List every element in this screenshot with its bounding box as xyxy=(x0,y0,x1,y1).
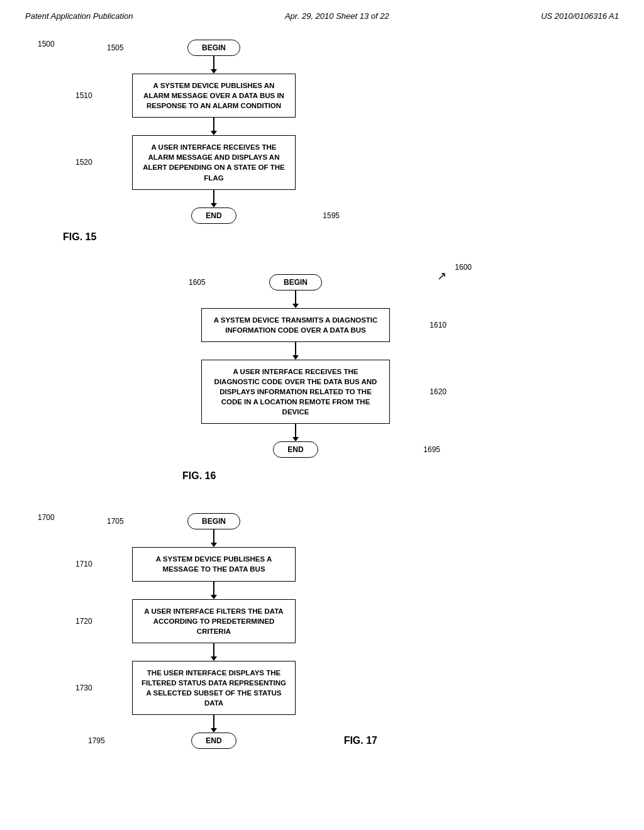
fig17-flowchart: 1700 1705 BEGIN 1710 A SYSTEM DEVICE PUB… xyxy=(38,507,606,749)
fig17-arrow2 xyxy=(211,582,217,599)
fig17-step1-row: 1710 A SYSTEM DEVICE PUBLISHES A MESSAGE… xyxy=(126,547,302,581)
fig17-step3-row: 1730 THE USER INTERFACE DISPLAYS THE FIL… xyxy=(126,661,302,715)
fig15-arrow2 xyxy=(211,118,217,135)
fig16-flow-column: 1600 1605 BEGIN ↗ 1610 A SYSTEM DEVICE T… xyxy=(195,274,396,458)
fig15-diagram-ref: 1500 xyxy=(38,40,55,48)
fig17-arrow4 xyxy=(211,715,217,733)
fig16-arrow3 xyxy=(292,424,299,441)
fig16-step1-ref: 1610 xyxy=(430,321,447,329)
fig16-begin-box: BEGIN xyxy=(269,274,322,290)
fig15-arrow1 xyxy=(211,56,217,74)
fig17-begin-ref: 1705 xyxy=(107,517,124,526)
fig16-step1-box: A SYSTEM DEVICE TRANSMITS A DIAGNOSTIC I… xyxy=(201,308,390,342)
fig15-flow-column: 1505 BEGIN 1510 A SYSTEM DEVICE PUBLISHE… xyxy=(126,40,302,224)
header-left: Patent Application Publication xyxy=(25,11,133,21)
fig15-end-box: END xyxy=(191,208,236,224)
page-content: 1500 1505 BEGIN 1510 A SYSTEM DEVICE PUB… xyxy=(0,27,644,793)
fig17-step3-ref: 1730 xyxy=(75,683,92,692)
fig15-step1-ref: 1510 xyxy=(75,91,92,100)
fig15-step2-row: 1520 A USER INTERFACE RECEIVES THE ALARM… xyxy=(126,135,302,189)
fig17-begin-row: 1705 BEGIN xyxy=(126,513,302,529)
fig16-diagram-ref: 1600 xyxy=(455,263,472,272)
fig17-caption-inline: FIG. 17 xyxy=(344,735,377,746)
fig16-arrow1 xyxy=(292,290,299,308)
fig17-step2-ref: 1720 xyxy=(75,617,92,626)
fig15-caption: FIG. 15 xyxy=(63,231,606,243)
fig17-arrow3 xyxy=(211,643,217,661)
fig17-end-row: 1795 END FIG. 17 xyxy=(126,733,302,749)
fig17-begin-box: BEGIN xyxy=(187,513,240,529)
fig17-step1-ref: 1710 xyxy=(75,560,92,568)
fig15-step1-box: A SYSTEM DEVICE PUBLISHES AN ALARM MESSA… xyxy=(132,74,296,118)
fig15-end-row: 1595 END xyxy=(126,208,302,224)
fig16-flowchart: 1600 1605 BEGIN ↗ 1610 A SYSTEM DEVICE T… xyxy=(38,268,606,482)
fig16-end-row: END 1695 xyxy=(195,441,396,458)
page-header: Patent Application Publication Apr. 29, … xyxy=(0,0,644,27)
fig16-caption: FIG. 16 xyxy=(182,470,216,482)
fig16-end-ref: 1695 xyxy=(423,445,440,454)
header-right: US 2010/0106316 A1 xyxy=(541,11,619,21)
fig15-end-ref: 1595 xyxy=(323,211,340,220)
fig16-begin-ref: 1605 xyxy=(189,278,206,287)
fig17-end-box: END xyxy=(191,733,236,749)
fig16-arrow2 xyxy=(292,342,299,360)
fig15-begin-box: BEGIN xyxy=(187,40,240,56)
fig17-step1-box: A SYSTEM DEVICE PUBLISHES A MESSAGE TO T… xyxy=(132,547,296,581)
fig17-diagram-ref: 1700 xyxy=(38,513,55,522)
fig15-begin-ref: 1505 xyxy=(107,43,124,52)
fig16-end-box: END xyxy=(273,441,318,458)
fig17-step2-row: 1720 A USER INTERFACE FILTERS THE DATA A… xyxy=(126,599,302,643)
fig15-begin-row: 1505 BEGIN xyxy=(126,40,302,56)
fig16-begin-row: 1605 BEGIN ↗ xyxy=(195,274,396,290)
fig17-flow-column: 1705 BEGIN 1710 A SYSTEM DEVICE PUBLISHE… xyxy=(126,513,302,749)
fig15-step2-box: A USER INTERFACE RECEIVES THE ALARM MESS… xyxy=(132,135,296,189)
fig15-arrow3 xyxy=(211,190,217,208)
fig17-step3-box: THE USER INTERFACE DISPLAYS THE FILTERED… xyxy=(132,661,296,715)
fig17-step2-box: A USER INTERFACE FILTERS THE DATA ACCORD… xyxy=(132,599,296,643)
fig16-step1-row: 1610 A SYSTEM DEVICE TRANSMITS A DIAGNOS… xyxy=(195,308,396,342)
fig17-end-ref: 1795 xyxy=(88,736,105,745)
fig15-flowchart: 1500 1505 BEGIN 1510 A SYSTEM DEVICE PUB… xyxy=(38,33,606,243)
fig16-step2-row: 1620 A USER INTERFACE RECEIVES THE DIAGN… xyxy=(195,360,396,424)
fig17-arrow1 xyxy=(211,529,217,547)
fig16-step2-box: A USER INTERFACE RECEIVES THE DIAGNOSTIC… xyxy=(201,360,390,424)
fig15-step1-row: 1510 A SYSTEM DEVICE PUBLISHES AN ALARM … xyxy=(126,74,302,118)
fig15-step2-ref: 1520 xyxy=(75,158,92,167)
fig16-step2-ref: 1620 xyxy=(430,387,447,396)
header-middle: Apr. 29, 2010 Sheet 13 of 22 xyxy=(285,11,389,21)
